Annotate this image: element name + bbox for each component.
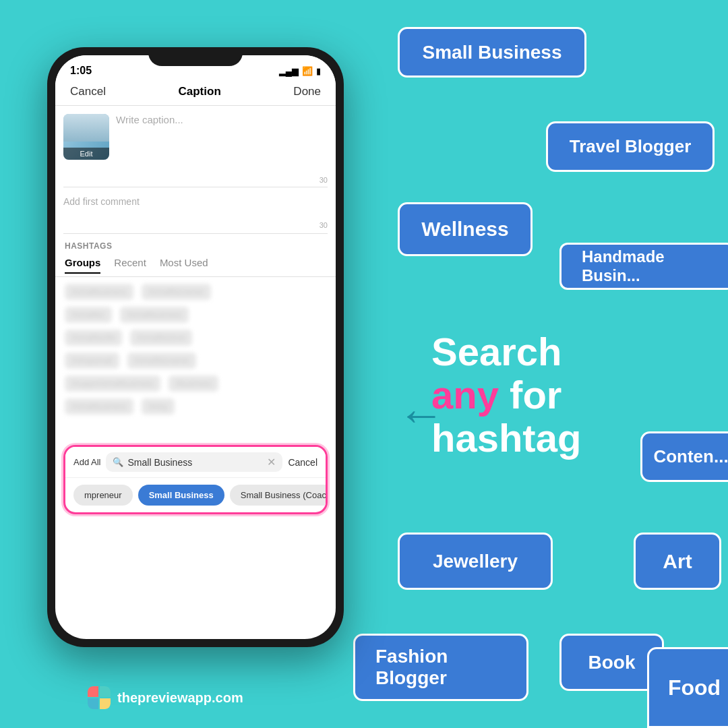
category-wellness[interactable]: Wellness (398, 202, 533, 256)
brand-logo-icon (88, 686, 111, 709)
hashtag-row-1: #smallbusiness #smallbizowner (65, 284, 326, 300)
chip-small-business-coach[interactable]: Small Business (Coach) (230, 485, 326, 506)
hashtag-item: #smallbizowner (142, 284, 211, 300)
hashtag-item: #smallbizlove (130, 330, 192, 346)
hashtag-item: #etsy (142, 398, 175, 415)
brand-icon-q3 (88, 698, 98, 709)
caption-thumbnail: Edit (63, 114, 109, 160)
hashtag-tabs: Groups Recent Most Used (55, 254, 336, 277)
comment-area[interactable]: Add first comment (55, 187, 336, 221)
battery-icon: ▮ (316, 66, 321, 76)
caption-area: Edit Write caption... (55, 106, 336, 173)
status-icons: ▂▄▆ 📶 ▮ (279, 66, 321, 76)
category-food[interactable]: Food (647, 647, 728, 728)
phone-notch (148, 47, 243, 66)
tab-recent[interactable]: Recent (114, 257, 146, 274)
search-chips-row: mpreneur Small Business Small Business (… (65, 478, 326, 512)
hashtag-row-3: #smallbizlife #smallbizlove (65, 330, 326, 346)
nav-bar: Cancel Caption Done (55, 81, 336, 106)
hashtag-item: #smallbizlife (65, 330, 122, 346)
caption-char-count: 30 (55, 173, 336, 187)
phone-screen: 1:05 ▂▄▆ 📶 ▮ Cancel Caption Done Edit (55, 55, 336, 639)
brand-icon-q4 (100, 698, 111, 709)
wifi-icon: 📶 (302, 66, 313, 76)
category-content[interactable]: Conten... (640, 431, 728, 482)
add-all-button[interactable]: Add All (73, 457, 100, 467)
category-small-business[interactable]: Small Business (398, 27, 586, 78)
status-time: 1:05 (70, 65, 92, 77)
chip-small-business[interactable]: Small Business (138, 485, 224, 506)
hashtag-item: #smallbizowner (127, 353, 197, 369)
phone-outer-shell: 1:05 ▂▄▆ 📶 ▮ Cancel Caption Done Edit (47, 47, 344, 647)
left-arrow-icon: ← (398, 388, 445, 442)
tab-most-used[interactable]: Most Used (160, 257, 208, 274)
hashtag-row-5: #supportsmallbusiness #business (65, 375, 326, 392)
search-input-value: Small Business (127, 457, 263, 468)
hashtag-item: #smallbusiness (65, 398, 133, 415)
category-fashion-blogger[interactable]: Fashion Blogger (353, 634, 528, 701)
caption-input[interactable]: Write caption... (109, 114, 328, 165)
chip-entrepreneur[interactable]: mpreneur (73, 485, 133, 506)
search-bar-row: Add All 🔍 Small Business ✕ Cancel (65, 447, 326, 478)
search-clear-button[interactable]: ✕ (267, 456, 276, 468)
search-overlay: Add All 🔍 Small Business ✕ Cancel mprene… (63, 445, 328, 514)
nav-title: Caption (179, 85, 221, 98)
hashtags-section: HASHTAGS (55, 234, 336, 254)
category-travel-blogger[interactable]: Travel Blogger (546, 121, 715, 172)
caption-placeholder-text: Write caption... (116, 114, 183, 125)
search-cta-for: for (510, 373, 562, 417)
bottom-branding: thepreviewapp.com (88, 686, 243, 709)
done-button[interactable]: Done (293, 85, 321, 98)
cancel-button[interactable]: Cancel (70, 85, 106, 98)
hashtag-row-4: #shopsmall #smallbizowner (65, 353, 326, 369)
search-cta-line2: any for (431, 373, 681, 417)
tab-groups[interactable]: Groups (65, 257, 100, 274)
category-jewellery[interactable]: Jewellery (398, 533, 553, 590)
signal-icon: ▂▄▆ (279, 66, 299, 76)
comment-placeholder-text: Add first comment (63, 196, 140, 207)
brand-website: thepreviewapp.com (117, 690, 243, 706)
hashtag-item: #smallbiz (65, 307, 112, 323)
hashtag-list: #smallbusiness #smallbizowner #smallbiz … (55, 277, 336, 439)
search-icon: 🔍 (113, 457, 123, 467)
phone-mockup: 1:05 ▂▄▆ 📶 ▮ Cancel Caption Done Edit (47, 47, 344, 647)
brand-icon-q2 (100, 686, 111, 697)
brand-icon-q1 (88, 686, 98, 697)
search-input-wrapper[interactable]: 🔍 Small Business ✕ (106, 452, 282, 472)
category-art[interactable]: Art (634, 533, 721, 590)
search-cancel-button[interactable]: Cancel (288, 457, 317, 468)
hashtag-item: #business (169, 375, 218, 392)
hashtag-item: #smallbusiness (120, 307, 189, 323)
search-cta-line1: Search (431, 330, 681, 373)
hashtags-label: HASHTAGS (65, 241, 112, 251)
edit-label[interactable]: Edit (63, 148, 109, 160)
category-handmade-business[interactable]: Handmade Busin... (559, 243, 728, 290)
hashtag-row-2: #smallbiz #smallbusiness (65, 307, 326, 323)
hashtag-item: #smallbusiness (65, 284, 133, 300)
hashtag-item: #supportsmallbusiness (65, 375, 160, 392)
hashtag-row-6: #smallbusiness #etsy (65, 398, 326, 415)
comment-char-count: 30 (55, 221, 336, 233)
hashtag-item: #shopsmall (65, 353, 119, 369)
